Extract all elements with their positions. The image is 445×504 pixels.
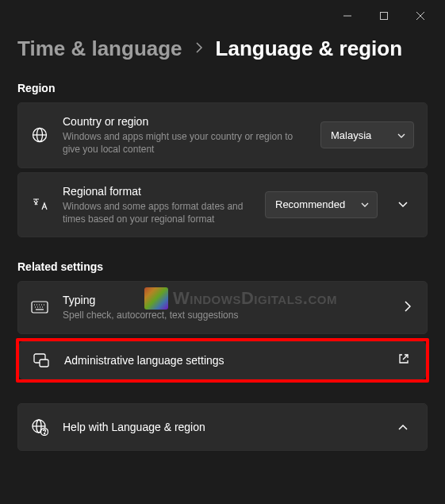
regional-format-row[interactable]: Regional format Windows and some apps fo…: [17, 172, 428, 238]
close-button[interactable]: [402, 3, 439, 29]
chevron-down-icon: [397, 131, 405, 140]
titlebar: [0, 0, 445, 32]
minimize-button[interactable]: [329, 3, 366, 29]
window-overlap-icon: [33, 353, 50, 367]
svg-point-25: [44, 433, 45, 433]
keyboard-icon: [31, 301, 48, 314]
help-globe-icon: [31, 418, 48, 436]
region-section-label: Region: [17, 82, 428, 94]
admin-title: Administrative language settings: [64, 353, 384, 367]
expand-button[interactable]: [392, 202, 414, 208]
typing-row[interactable]: Typing Spell check, autocorrect, text su…: [17, 281, 428, 333]
svg-rect-1: [381, 13, 388, 20]
typing-sub: Spell check, autocorrect, text suggestio…: [63, 309, 390, 321]
chevron-right-icon: [195, 42, 203, 56]
country-value: Malaysia: [331, 129, 371, 141]
language-format-icon: [31, 197, 48, 213]
country-title: Country or region: [63, 114, 306, 129]
admin-language-row[interactable]: Administrative language settings: [19, 341, 426, 379]
svg-rect-19: [40, 360, 48, 367]
highlight-box: Administrative language settings: [16, 338, 429, 383]
breadcrumb-current: Language & region: [216, 37, 402, 61]
open-external-icon: [398, 353, 412, 367]
format-sub: Windows and some apps format dates and t…: [63, 200, 251, 225]
breadcrumb: Time & language Language & region: [17, 37, 428, 61]
country-dropdown[interactable]: Malaysia: [320, 121, 414, 148]
chevron-right-icon: [405, 301, 414, 314]
related-section-label: Related settings: [17, 260, 428, 273]
globe-icon: [31, 127, 48, 143]
country-sub: Windows and apps might use your country …: [63, 130, 306, 156]
breadcrumb-parent[interactable]: Time & language: [17, 37, 182, 61]
format-title: Regional format: [63, 184, 251, 198]
country-region-row[interactable]: Country or region Windows and apps might…: [17, 102, 428, 168]
svg-line-20: [403, 355, 408, 360]
typing-title: Typing: [63, 293, 390, 307]
format-value: Recommended: [275, 198, 345, 210]
help-row[interactable]: Help with Language & region: [17, 403, 428, 451]
format-dropdown[interactable]: Recommended: [265, 191, 378, 218]
help-title: Help with Language & region: [63, 420, 378, 434]
chevron-down-icon: [361, 200, 369, 209]
maximize-button[interactable]: [366, 3, 402, 29]
collapse-button[interactable]: [392, 424, 414, 430]
